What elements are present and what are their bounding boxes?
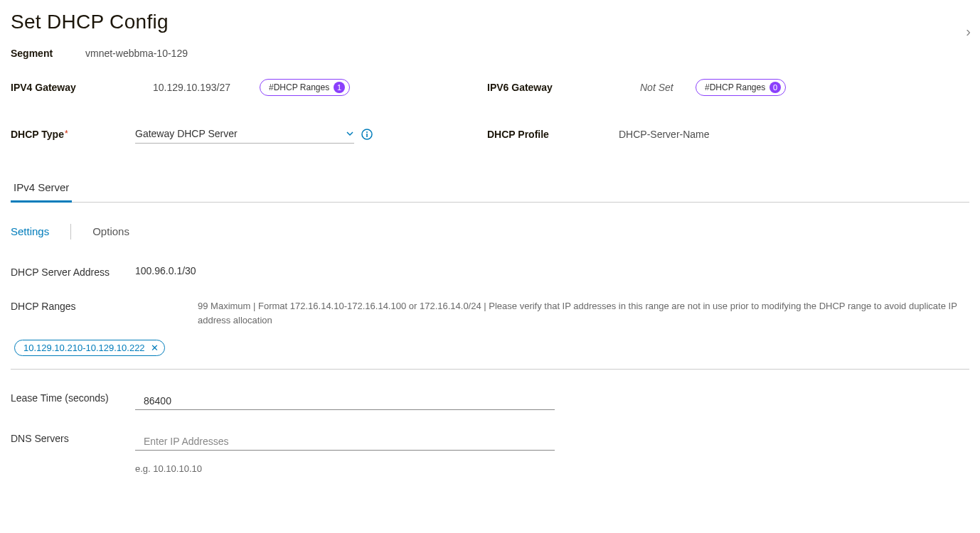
- subtab-divider: [70, 224, 71, 239]
- ipv6-pill-count: 0: [769, 82, 781, 93]
- svg-rect-2: [366, 134, 368, 137]
- close-icon[interactable]: ✕: [151, 343, 159, 353]
- dhcp-type-selected-value: Gateway DHCP Server: [135, 128, 238, 139]
- ipv4-pill-count: 1: [334, 82, 345, 93]
- segment-value: vmnet-webbma-10-129: [85, 48, 188, 59]
- dhcp-type-select[interactable]: Gateway DHCP Server: [135, 124, 354, 144]
- lease-time-input[interactable]: [135, 391, 555, 410]
- ipv6-gateway-label: IPV6 Gateway: [487, 82, 640, 93]
- dns-servers-input[interactable]: [135, 431, 555, 451]
- subtab-options[interactable]: Options: [92, 222, 129, 240]
- dhcp-range-chip[interactable]: 10.129.10.210-10.129.10.222 ✕: [14, 340, 165, 356]
- dhcp-type-label: DHCP Type: [11, 129, 64, 140]
- close-dialog-icon[interactable]: ›: [966, 23, 971, 40]
- dhcp-ranges-help: 99 Maximum | Format 172.16.14.10-172.16.…: [198, 299, 969, 327]
- dns-helper-text: e.g. 10.10.10.10: [135, 463, 555, 474]
- separator: [11, 369, 969, 370]
- ipv6-dhcp-ranges-pill[interactable]: #DHCP Ranges 0: [696, 79, 786, 96]
- dhcp-range-chip-value: 10.129.10.210-10.129.10.222: [23, 343, 145, 353]
- tab-ipv4-server[interactable]: IPv4 Server: [11, 176, 72, 203]
- ipv4-dhcp-ranges-pill[interactable]: #DHCP Ranges 1: [260, 79, 350, 96]
- tabs: IPv4 Server: [11, 176, 969, 203]
- chevron-down-icon: [346, 129, 354, 138]
- dhcp-profile-value: DHCP-Server-Name: [619, 129, 710, 140]
- subtab-settings[interactable]: Settings: [11, 222, 49, 240]
- ipv4-gateway-value: 10.129.10.193/27: [153, 82, 260, 93]
- dhcp-profile-label: DHCP Profile: [487, 129, 619, 140]
- ipv6-gateway-value: Not Set: [640, 82, 683, 93]
- subtabs: Settings Options: [11, 222, 969, 240]
- ipv6-pill-label: #DHCP Ranges: [705, 82, 765, 92]
- svg-point-1: [366, 131, 368, 133]
- lease-time-label: Lease Time (seconds): [11, 391, 135, 404]
- segment-row: Segment vmnet-webbma-10-129: [11, 48, 969, 59]
- dhcp-server-address-value: 100.96.0.1/30: [135, 265, 196, 276]
- segment-label: Segment: [11, 48, 85, 59]
- ipv4-gateway-label: IPV4 Gateway: [11, 82, 153, 93]
- dhcp-server-address-label: DHCP Server Address: [11, 265, 135, 278]
- ipv4-pill-label: #DHCP Ranges: [269, 82, 329, 92]
- page-title: Set DHCP Config: [11, 11, 969, 33]
- dhcp-ranges-label: DHCP Ranges: [11, 299, 198, 312]
- info-icon[interactable]: [361, 129, 373, 140]
- dns-servers-label: DNS Servers: [11, 431, 135, 444]
- required-asterisk-icon: *: [65, 129, 68, 140]
